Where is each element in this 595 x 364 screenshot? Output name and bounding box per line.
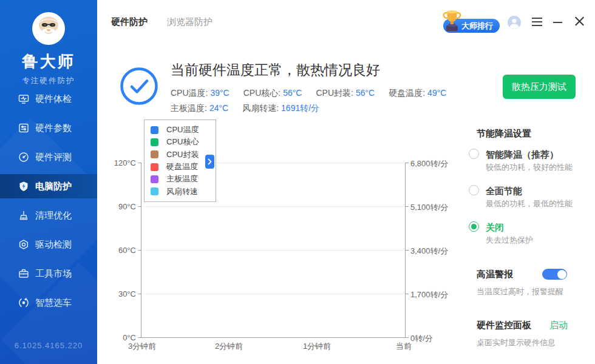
- y-left-tick-label: 120°C: [101, 158, 136, 167]
- option-off-label[interactable]: 关闭: [486, 222, 504, 234]
- check-circle-icon: [120, 67, 158, 106]
- ludashi-mascot-icon: [31, 11, 66, 46]
- sidebar: 鲁大师 专注硬件防护 硬件体检: [0, 0, 97, 364]
- sidebar-item-hardware-params[interactable]: 硬件参数: [0, 116, 97, 140]
- sidebar-item-pc-protection[interactable]: 电脑防护: [0, 174, 97, 198]
- sidebar-item-label: 电脑防护: [35, 181, 72, 192]
- axis-tick: [138, 250, 141, 251]
- user-avatar-icon[interactable]: [508, 16, 521, 29]
- axis-tick: [405, 294, 409, 294]
- sidebar-item-label: 智慧选车: [35, 297, 72, 309]
- color-swatch: [151, 138, 158, 146]
- metric-value: 1691转/分: [281, 103, 319, 114]
- x-tick-label: 1分钟前: [303, 341, 331, 352]
- y-right-tick-label: 0转/分: [410, 333, 433, 344]
- sidebar-item-hardware-benchmark[interactable]: 硬件评测: [0, 145, 97, 169]
- sidebar-item-cleanup[interactable]: 清理优化: [0, 203, 97, 228]
- legend-item-fan-speed: 风扇转速: [144, 186, 216, 197]
- shield-bolt-icon: [18, 181, 29, 192]
- legend-label: 风扇转速: [166, 186, 198, 197]
- option-full-energy-saving-label[interactable]: 全面节能: [486, 186, 522, 197]
- menu-icon[interactable]: [532, 18, 542, 26]
- sidebar-item-driver-check[interactable]: 驱动检测: [0, 232, 97, 257]
- sidebar-item-label: 硬件体检: [35, 93, 72, 105]
- gridline-90: [141, 206, 406, 207]
- car-select-icon: [18, 297, 29, 308]
- radio-full-energy-saving[interactable]: [469, 185, 479, 195]
- status-title: 当前硬件温度正常，散热情况良好: [171, 61, 380, 79]
- legend-label: CPU核心: [166, 136, 199, 147]
- chevron-right-icon: [208, 158, 212, 165]
- legend-item-cpu-core: CPU核心: [144, 136, 216, 148]
- toggle-knob: [557, 270, 566, 279]
- legend-label: 硬盘温度: [166, 161, 198, 172]
- x-tick-label: 2分钟前: [215, 341, 243, 352]
- sidebar-item-label: 硬件参数: [35, 123, 72, 134]
- app-window: 鲁大师 专注硬件防护 硬件体检: [0, 0, 595, 364]
- color-swatch: [151, 175, 158, 183]
- metric-value: 24°C: [209, 103, 228, 114]
- option-smart-cooling-label[interactable]: 智能降温（推荐）: [486, 149, 559, 161]
- gridline-60: [141, 250, 406, 251]
- metric-cpu-temp: CPU温度: 39°C: [171, 88, 229, 99]
- axis-tick: [138, 163, 141, 163]
- color-swatch: [151, 163, 158, 171]
- option-off-desc: 失去过热保护: [486, 235, 533, 246]
- axis-tick: [405, 206, 409, 207]
- option-full-energy-saving-desc: 最低的功耗，最低的性能: [486, 198, 573, 209]
- hw-monitor-panel-desc: 桌面实时显示硬件信息: [477, 337, 556, 348]
- sidebar-item-hardware-check[interactable]: 硬件体检: [0, 87, 97, 111]
- app-title: 鲁大师: [0, 51, 97, 72]
- y-right-tick-label: 3,400转/分: [410, 246, 448, 257]
- axis-tick: [405, 163, 409, 163]
- legend-label: CPU温度: [166, 124, 199, 135]
- axis-tick: [138, 294, 141, 294]
- minimize-icon[interactable]: [553, 22, 562, 23]
- sidebar-item-label: 硬件评测: [35, 152, 72, 163]
- radio-off-selected[interactable]: [469, 221, 479, 232]
- metric-label: 硬盘温度:: [389, 88, 425, 99]
- metric-label: 主板温度:: [171, 103, 207, 114]
- legend-label: 主板温度: [166, 174, 198, 184]
- launch-monitor-link[interactable]: 启动: [549, 320, 568, 331]
- x-tick-label: 3分钟前: [128, 341, 156, 352]
- sidebar-item-label: 驱动检测: [35, 239, 72, 251]
- high-temp-alarm-desc: 当温度过高时，报警提醒: [477, 286, 563, 297]
- metric-cpu-core: CPU核心: 56°C: [243, 88, 302, 99]
- toolbox-icon: [18, 268, 29, 279]
- hw-monitor-panel-heading: 硬件监控面板: [477, 320, 531, 331]
- sidebar-item-label: 清理优化: [35, 210, 72, 221]
- metric-board-temp: 主板温度: 24°C: [171, 103, 228, 114]
- axis-tick: [138, 337, 141, 338]
- radio-smart-cooling[interactable]: [469, 149, 479, 159]
- high-temp-alarm-heading: 高温警报: [477, 269, 513, 280]
- app-subtitle: 专注硬件防护: [0, 76, 97, 86]
- metrics-row-2: 主板温度: 24°C 风扇转速: 1691转/分: [171, 103, 319, 114]
- energy-cooling-heading: 节能降温设置: [477, 128, 531, 140]
- x-axis: [141, 337, 406, 338]
- sidebar-menu: 硬件体检 硬件参数: [0, 87, 97, 320]
- close-icon[interactable]: [574, 16, 585, 27]
- metric-value: 56°C: [283, 88, 302, 99]
- option-smart-cooling-desc: 较低的功耗，较好的性能: [486, 162, 573, 173]
- y-left-tick-label: 30°C: [101, 289, 136, 298]
- trophy-icon[interactable]: [441, 9, 463, 33]
- broom-icon: [18, 210, 29, 221]
- heat-stress-test-button[interactable]: 散热压力测试: [503, 75, 576, 99]
- metric-label: CPU封装:: [316, 88, 353, 99]
- app-version: 6.1025.4165.220: [0, 341, 97, 350]
- sidebar-item-smart-car[interactable]: 智慧选车: [0, 291, 97, 315]
- gauge-icon: [18, 152, 29, 163]
- metric-label: CPU核心:: [243, 88, 280, 99]
- metric-value: 56°C: [356, 88, 375, 99]
- sidebar-item-label: 工具市场: [35, 268, 72, 280]
- legend-collapse-button[interactable]: [205, 155, 214, 169]
- legend-item-cpu-temp: CPU温度: [144, 124, 216, 136]
- tab-browser-protection[interactable]: 浏览器防护: [167, 16, 212, 28]
- tab-hardware-protection[interactable]: 硬件防护: [111, 16, 148, 28]
- sidebar-item-tool-market[interactable]: 工具市场: [0, 261, 97, 286]
- high-temp-alarm-toggle[interactable]: [542, 269, 567, 280]
- axis-tick: [405, 250, 409, 251]
- axis-tick: [138, 206, 141, 207]
- nut-icon: [18, 239, 29, 250]
